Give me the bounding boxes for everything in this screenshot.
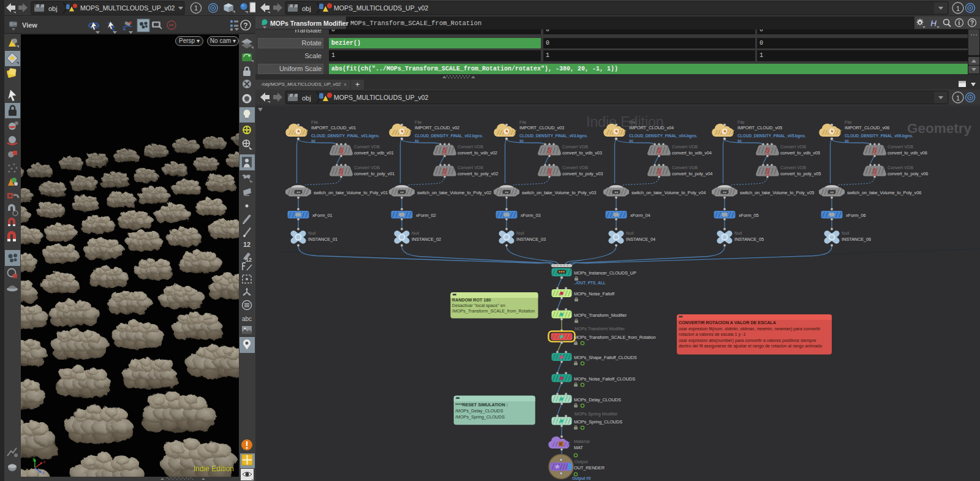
svg-text:convert_to_vdb_v06: convert_to_vdb_v06: [888, 150, 927, 156]
svg-text:VDB: VDB: [765, 153, 771, 156]
svg-text:IMPORT_CLOUD_v01: IMPORT_CLOUD_v01: [311, 125, 356, 131]
svg-text:z: z: [42, 471, 45, 475]
svg-text:usar expresion abs(number) par: usar expresion abs(number) para converti…: [679, 338, 816, 343]
svg-text:Material: Material: [574, 439, 590, 444]
svg-text:sc: sc: [519, 138, 524, 143]
svg-text:rotacion a valores de escala 1: rotacion a valores de escala 1 y -1: [679, 331, 745, 337]
svg-text:x: x: [43, 460, 46, 464]
svg-text:../OUT_PTS_ALL: ../OUT_PTS_ALL: [574, 281, 606, 285]
svg-text:convert_to_vdb_v02: convert_to_vdb_v02: [458, 150, 497, 156]
svg-text:MOPs_Delay_CLOUDS: MOPs_Delay_CLOUDS: [574, 397, 621, 403]
svg-text:MOPS_MULTICLOUDS_UP_v02: MOPS_MULTICLOUDS_UP_v02: [334, 4, 429, 12]
svg-text:Convert VDB: Convert VDB: [458, 144, 483, 150]
svg-text:switch_on_take_Volume_to_Poly_: switch_on_take_Volume_to_Poly_v01: [314, 190, 388, 195]
svg-text:MOPs_Transform_Modifier: MOPs_Transform_Modifier: [574, 312, 627, 318]
svg-text:MOPs_Instancer_CLOUDS_UP: MOPs_Instancer_CLOUDS_UP: [574, 270, 636, 276]
svg-text:MAT: MAT: [574, 445, 583, 450]
svg-text:MOPs_Transform_SCALE_from_Rota: MOPs_Transform_SCALE_from_Rotation: [574, 335, 656, 340]
svg-text:sc: sc: [629, 138, 634, 143]
svg-text:convert_to_vdb_v01: convert_to_vdb_v01: [354, 150, 394, 156]
svg-text:/MOPs_Transform_SCALE_from_Rot: /MOPs_Transform_SCALE_from_Rotation: [452, 308, 535, 314]
svg-text:12: 12: [246, 257, 252, 263]
svg-text:obj: obj: [302, 5, 311, 12]
svg-text:IMPORT_CLOUD_v05: IMPORT_CLOUD_v05: [737, 125, 782, 131]
svg-text:abc: abc: [242, 316, 252, 322]
svg-text:sc: sc: [311, 138, 316, 143]
svg-text:Desactivar "local space" en: Desactivar "local space" en: [452, 303, 505, 308]
svg-text:Null: Null: [734, 230, 742, 236]
svg-text:xForm_01: xForm_01: [312, 213, 332, 218]
svg-text:convert_to_vdb_v04: convert_to_vdb_v04: [672, 150, 712, 156]
svg-text:MOPS_MULTICLOUDS_UP_v02: MOPS_MULTICLOUDS_UP_v02: [80, 4, 175, 12]
svg-text:VDB: VDB: [657, 153, 662, 156]
svg-text:convert_to_poly_v03: convert_to_poly_v03: [562, 171, 603, 176]
svg-text:VDB: VDB: [657, 173, 662, 176]
svg-text:switch_on_take_Volume_to_Poly_: switch_on_take_Volume_to_Poly_v03: [522, 190, 596, 195]
svg-text:/MOPs_Delay_CLOUDS: /MOPs_Delay_CLOUDS: [455, 408, 503, 414]
svg-text:File: File: [845, 119, 852, 125]
svg-text:Convert VDB: Convert VDB: [888, 144, 913, 150]
svg-text:?: ?: [970, 20, 974, 26]
svg-text:12: 12: [243, 241, 251, 248]
svg-text:INSTANCE_04: INSTANCE_04: [626, 237, 655, 242]
svg-text:●●: ●●: [723, 190, 726, 194]
svg-text:****RESET SIMULATION :: ****RESET SIMULATION :: [455, 402, 508, 407]
svg-text:convert_to_poly_v02: convert_to_poly_v02: [458, 171, 498, 176]
svg-text:xForm_04: xForm_04: [630, 213, 650, 218]
svg-text:INSTANCE_01: INSTANCE_01: [308, 237, 337, 242]
svg-text:1: 1: [194, 4, 198, 12]
svg-text:Convert VDB: Convert VDB: [562, 165, 588, 170]
svg-text:●●: ●●: [400, 190, 404, 194]
svg-text:Output #0: Output #0: [572, 476, 591, 481]
svg-text:Output: Output: [575, 459, 588, 464]
svg-text:Null: Null: [626, 230, 634, 236]
svg-text:dentro del fit asegurarse de a: dentro del fit asegurarse de ajustar el …: [679, 343, 822, 349]
svg-text:CONVERTIR ROTACION A VALOR DE: CONVERTIR ROTACION A VALOR DE ESCALA: [679, 320, 776, 325]
svg-text:Geometry: Geometry: [907, 121, 972, 136]
svg-text:obj: obj: [48, 5, 58, 12]
svg-text:Convert VDB: Convert VDB: [354, 165, 380, 170]
svg-text:CLOUD_DENSITY_FINAL_v03.bgeo.: CLOUD_DENSITY_FINAL_v03.bgeo.: [519, 134, 588, 138]
svg-text:INSTANCE_06: INSTANCE_06: [842, 237, 871, 242]
svg-text:Convert VDB: Convert VDB: [780, 165, 806, 170]
svg-text:MOPs Transform Modifier: MOPs Transform Modifier: [575, 326, 625, 331]
svg-text:Convert VDB: Convert VDB: [562, 144, 588, 150]
svg-text:xForm_02: xForm_02: [416, 213, 435, 218]
svg-text:convert_to_vdb_v05: convert_to_vdb_v05: [780, 150, 820, 156]
svg-text:1: 1: [956, 94, 960, 102]
svg-text:●●: ●●: [614, 190, 618, 194]
svg-text:H: H: [930, 18, 937, 28]
svg-text:VDB: VDB: [442, 153, 448, 156]
svg-text:switch_on_take_Volume_to_Poly_: switch_on_take_Volume_to_Poly_v05: [740, 190, 814, 195]
svg-text:File: File: [629, 119, 636, 125]
svg-text:Convert VDB: Convert VDB: [672, 165, 698, 170]
svg-text:switch_on_take_Volume_to_Poly_: switch_on_take_Volume_to_Poly_v06: [847, 190, 921, 195]
svg-text:y: y: [32, 456, 35, 461]
svg-text:Null: Null: [842, 230, 850, 236]
svg-text:File: File: [311, 119, 318, 125]
svg-text:Null: Null: [308, 230, 316, 236]
svg-text:obj: obj: [302, 94, 311, 102]
svg-text:/MOPs_Spring_CLOUDS: /MOPs_Spring_CLOUDS: [455, 414, 505, 420]
svg-text:convert_to_poly_v04: convert_to_poly_v04: [672, 171, 712, 176]
svg-text:CLOUD_DENSITY_FINAL_v06.bgeo.: CLOUD_DENSITY_FINAL_v06.bgeo.: [845, 134, 913, 138]
svg-text:CLOUD_DENSITY_FINAL_v05.bgeo.: CLOUD_DENSITY_FINAL_v05.bgeo.: [737, 134, 806, 138]
svg-text:●●: ●●: [505, 190, 508, 194]
svg-text:usar expresion fit(num, oldmin: usar expresion fit(num, oldmin, oldmax, …: [679, 326, 821, 331]
svg-text:CLOUD_DENSITY_FINAL_v04.bgeo.: CLOUD_DENSITY_FINAL_v04.bgeo.: [629, 134, 698, 138]
svg-text:VDB: VDB: [547, 153, 552, 156]
svg-text:Convert VDB: Convert VDB: [888, 165, 913, 170]
svg-text:VDB: VDB: [765, 173, 771, 176]
svg-text:xForm_06: xForm_06: [846, 213, 865, 218]
svg-text:OUT_RENDER: OUT_RENDER: [574, 465, 605, 471]
svg-text:VDB: VDB: [547, 173, 552, 176]
svg-text:●●: ●●: [296, 190, 300, 194]
svg-text:CLOUD_DENSITY_FINAL_v02.bgeo.: CLOUD_DENSITY_FINAL_v02.bgeo.: [415, 134, 483, 138]
svg-text:IMPORT_CLOUD_v06: IMPORT_CLOUD_v06: [845, 125, 889, 131]
svg-text:MOPs Spring Modifier: MOPs Spring Modifier: [575, 411, 618, 417]
svg-text:Convert VDB: Convert VDB: [780, 144, 806, 150]
svg-text:sc: sc: [845, 138, 850, 143]
svg-text:MOPs_Shape_Falloff_CLOUDS: MOPs_Shape_Falloff_CLOUDS: [574, 355, 637, 360]
svg-text:switch_on_take_Volume_to_Poly_: switch_on_take_Volume_to_Poly_v02: [417, 190, 491, 195]
svg-text:i: i: [959, 20, 960, 26]
